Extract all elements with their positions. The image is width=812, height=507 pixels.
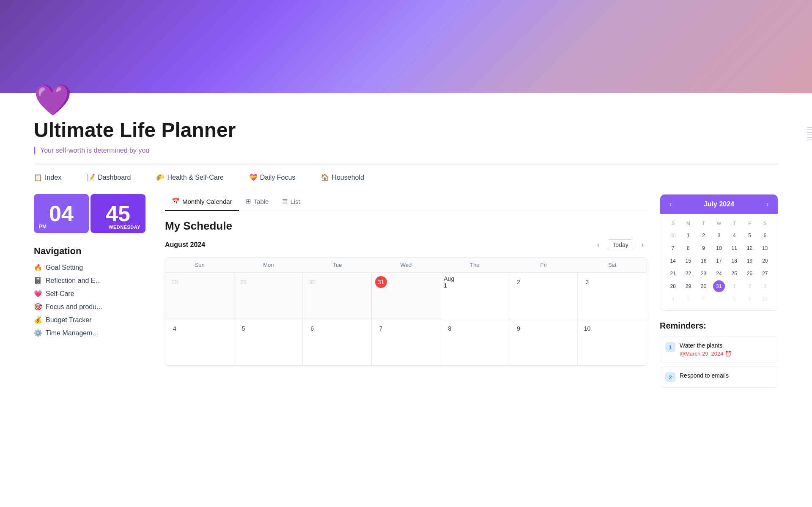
mini-date-16[interactable]: 16 <box>698 255 710 267</box>
nav-item-dashboard[interactable]: 📝 Dashboard <box>87 173 131 181</box>
mini-date-23[interactable]: 23 <box>698 268 710 280</box>
calendar-cell-3[interactable]: 3 <box>578 273 647 319</box>
mini-date-8[interactable]: 8 <box>682 242 694 254</box>
calendar-cell-10[interactable]: 10 <box>578 319 647 366</box>
mini-date-18[interactable]: 18 <box>728 255 740 267</box>
mini-date-12[interactable]: 12 <box>744 242 756 254</box>
calendar-cell-6[interactable]: 6 <box>303 319 372 366</box>
calendar-grid: Sun Mon Tue Wed Thu Fri Sat 28 29 <box>165 257 647 366</box>
tab-monthly-calendar[interactable]: 📅 Monthly Calendar <box>165 194 239 211</box>
mini-date-17[interactable]: 17 <box>713 255 725 267</box>
mini-date-3-next[interactable]: 3 <box>759 280 771 292</box>
page-title: Ultimate Life Planner <box>34 118 778 142</box>
nav-list-item-selfcare[interactable]: 💗 Self-Care <box>34 290 152 298</box>
mini-date-21[interactable]: 21 <box>667 268 679 280</box>
calendar-cell-31[interactable]: 31 <box>372 273 441 319</box>
calendar-next-button[interactable]: › <box>638 239 647 250</box>
reminder-item-1: 1 Water the plants @March 29, 2024 ⏰ <box>660 337 778 362</box>
calendar-days-header: Sun Mon Tue Wed Thu Fri Sat <box>165 258 647 273</box>
clock-hours-block: 04 PM <box>34 194 89 233</box>
mini-date-1-next[interactable]: 1 <box>728 280 740 292</box>
mini-date-29[interactable]: 29 <box>682 280 694 292</box>
calendar-cell-2[interactable]: 2 <box>509 273 578 319</box>
mini-date-6-next[interactable]: 6 <box>698 293 710 305</box>
nav-list-item-focus[interactable]: 🎯 Focus and produ... <box>34 303 152 311</box>
today-button[interactable]: Today <box>608 239 633 250</box>
clock-minutes: 45 <box>106 201 130 226</box>
page-subtitle: Your self-worth is determined by you <box>34 147 778 154</box>
mini-date-11[interactable]: 11 <box>728 242 740 254</box>
mini-date-22[interactable]: 22 <box>682 268 694 280</box>
nav-list-item-goal[interactable]: 🔥 Goal Setting <box>34 263 152 271</box>
nav-list-item-reflection[interactable]: 📓 Reflection and E... <box>34 277 152 285</box>
mini-cal-week-1: 30 1 2 3 4 5 6 <box>665 229 773 242</box>
mini-date-8-next[interactable]: 8 <box>728 293 740 305</box>
divider <box>34 164 778 165</box>
calendar-cell-aug1[interactable]: Aug 1 <box>440 273 509 319</box>
mini-date-15[interactable]: 15 <box>682 255 694 267</box>
mini-date-2-next[interactable]: 2 <box>744 280 756 292</box>
mini-date-4[interactable]: 4 <box>728 230 740 241</box>
mini-date-10[interactable]: 10 <box>713 242 725 254</box>
nav-list-item-time[interactable]: ⚙️ Time Managem... <box>34 329 152 337</box>
nav-item-index[interactable]: 📋 Index <box>34 173 61 181</box>
mini-date-10-next[interactable]: 10 <box>759 293 771 305</box>
day-header-sun: Sun <box>165 258 234 273</box>
mini-date-14[interactable]: 14 <box>667 255 679 267</box>
scrollbar[interactable] <box>807 127 809 140</box>
calendar-cell-5[interactable]: 5 <box>234 319 303 366</box>
mini-date-19[interactable]: 19 <box>744 255 756 267</box>
mini-date-20[interactable]: 20 <box>759 255 771 267</box>
nav-item-health[interactable]: 🌮 Health & Self-Care <box>156 173 223 181</box>
calendar-cell-29[interactable]: 29 <box>234 273 303 319</box>
mini-date-6[interactable]: 6 <box>759 230 771 241</box>
reminders-title: Reminders: <box>660 321 778 331</box>
scrollbar-line-4 <box>807 134 812 135</box>
mini-cal-week-4: 21 22 23 24 25 26 27 <box>665 267 773 280</box>
cell-date-7: 7 <box>375 323 387 334</box>
calendar-cell-30[interactable]: 30 <box>303 273 372 319</box>
mini-date-28[interactable]: 28 <box>667 280 679 292</box>
mini-date-9[interactable]: 9 <box>698 242 710 254</box>
tab-table[interactable]: ⊞ Table <box>239 194 276 211</box>
mini-date-26[interactable]: 26 <box>744 268 756 280</box>
mini-date-4-next[interactable]: 4 <box>667 293 679 305</box>
mini-date-27[interactable]: 27 <box>759 268 771 280</box>
focus-icon: 🎯 <box>34 303 42 311</box>
mini-cal-prev-button[interactable]: ‹ <box>667 200 674 209</box>
calendar-cell-28[interactable]: 28 <box>165 273 234 319</box>
clock-ampm: PM <box>39 224 47 230</box>
calendar-cell-8[interactable]: 8 <box>440 319 509 366</box>
mini-date-7[interactable]: 7 <box>667 242 679 254</box>
mini-date-31[interactable]: 31 <box>713 280 725 292</box>
calendar-cell-7[interactable]: 7 <box>372 319 441 366</box>
calendar-cell-9[interactable]: 9 <box>509 319 578 366</box>
calendar-cell-4[interactable]: 4 <box>165 319 234 366</box>
center-panel: 📅 Monthly Calendar ⊞ Table ☰ List My Sch… <box>165 194 647 366</box>
mini-cal-week-2: 7 8 9 10 11 12 13 <box>665 242 773 255</box>
nav-section-title: Navigation <box>34 246 152 257</box>
mini-date-24[interactable]: 24 <box>713 268 725 280</box>
mini-date-5[interactable]: 5 <box>744 230 756 241</box>
calendar-header: August 2024 ‹ Today › <box>165 239 647 250</box>
mini-date-5-next[interactable]: 5 <box>682 293 694 305</box>
mini-date-30[interactable]: 30 <box>698 280 710 292</box>
mini-cal-days-header: S M T W T F S <box>665 219 773 227</box>
calendar-prev-button[interactable]: ‹ <box>594 239 603 250</box>
nav-bar: 📋 Index 📝 Dashboard 🌮 Health & Self-Care… <box>34 173 778 181</box>
mini-date-3[interactable]: 3 <box>713 230 725 241</box>
mini-date-30-prev[interactable]: 30 <box>667 230 679 241</box>
mini-date-2[interactable]: 2 <box>698 230 710 241</box>
mini-date-1[interactable]: 1 <box>682 230 694 241</box>
tab-list[interactable]: ☰ List <box>275 194 307 211</box>
hero-banner <box>0 0 812 93</box>
mini-date-7-next[interactable]: 7 <box>713 293 725 305</box>
mini-cal-next-button[interactable]: › <box>764 200 771 209</box>
mini-date-13[interactable]: 13 <box>759 242 771 254</box>
mini-date-25[interactable]: 25 <box>728 268 740 280</box>
nav-item-daily-focus[interactable]: 💝 Daily Focus <box>249 173 296 181</box>
mini-date-9-next[interactable]: 9 <box>744 293 756 305</box>
nav-item-household[interactable]: 🏠 Household <box>321 173 364 181</box>
cell-date-4: 4 <box>169 323 181 334</box>
nav-list-item-budget[interactable]: 💰 Budget Tracker <box>34 316 152 324</box>
